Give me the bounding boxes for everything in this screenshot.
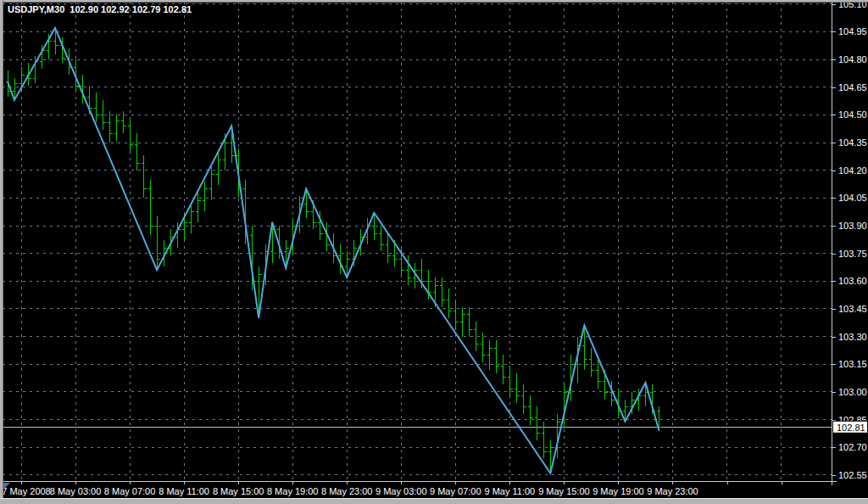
price-axis-label: 103.90 [838,221,867,231]
time-axis-label: 8 May 11:00 [159,486,209,496]
time-axis-label: 8 May 19:00 [267,486,319,496]
ohlc-bar [203,182,208,211]
price-chart[interactable]: 105.10104.95104.80104.65104.50104.35104.… [0,0,868,504]
ohlc-bar [379,226,384,251]
ohlc-bar [467,307,472,337]
window-border-left [0,0,3,504]
chart-title: USDJPY,M30 102.90 102.92 102.79 102.81 [8,4,192,14]
ohlc-bar [589,348,594,378]
ohlc-bar [501,355,506,384]
time-axis-label: 8 May 23:00 [321,486,373,496]
price-axis-label: 103.75 [838,249,867,259]
price-axis-label: 104.05 [838,193,867,203]
ohlc-bar [460,307,465,337]
price-axis-label: 104.50 [838,109,867,120]
ohlc-bar [487,340,492,370]
ohlc-bar [440,277,445,307]
ohlc-bar [196,193,201,222]
price-axis-label: 103.15 [838,359,867,369]
chart-window: 105.10104.95104.80104.65104.50104.35104.… [0,0,868,504]
ohlc-bar [114,115,120,140]
ohlc-bar [447,288,452,318]
ohlc-bar [148,180,153,235]
price-axis-label: 104.95 [838,26,867,36]
ohlc-bar [135,133,140,171]
time-axis-label: 9 May 03:00 [376,486,427,496]
ohlc-bar [386,233,391,263]
axis-frame [3,2,837,485]
ohlc-bar [494,340,499,373]
ohlc-bar [508,366,513,395]
time-axis-label: 8 May 03:00 [50,486,102,496]
current-price-label: 102.81 [833,421,868,433]
ohlc-bar [521,384,526,414]
ohlc-bar [209,166,214,199]
price-axis-label: 103.30 [838,332,867,342]
price-axis-label: 104.20 [838,165,867,176]
window-border-top [0,0,868,3]
time-axis-label: 9 May 15:00 [538,486,590,496]
price-axis-label: 103.45 [838,304,867,314]
ohlc-bar [142,155,147,198]
price-axis-label: 104.35 [838,137,867,148]
ohlc-bar [453,300,459,329]
price-axis[interactable]: 105.10104.95104.80104.65104.50104.35104.… [838,0,867,480]
ohlc-bar [515,373,520,403]
price-axis-label: 103.00 [838,387,867,397]
ohlc-bar [155,216,160,270]
price-axis-label: 102.55 [838,470,867,480]
ohlc-bar [481,333,486,362]
time-axis[interactable]: 7 May 20088 May 03:008 May 07:008 May 11… [2,486,698,496]
grid-lines [3,2,832,481]
ohlc-bar [94,92,99,122]
window-border-bottom [0,498,868,504]
time-axis-label: 9 May 23:00 [647,486,698,496]
time-axis-label: 7 May 2008 [2,486,50,496]
time-axis-label: 9 May 11:00 [484,486,535,496]
price-axis-label: 102.70 [838,442,867,452]
time-axis-label: 9 May 19:00 [593,486,644,496]
ohlc-bar [108,111,113,143]
price-axis-label: 103.60 [838,276,867,286]
ohlc-bar [528,395,533,425]
time-axis-label: 9 May 07:00 [430,486,481,496]
ohlc-bars [6,28,662,473]
time-axis-label: 8 May 07:00 [104,486,156,496]
current-price-text: 102.81 [837,423,865,433]
ohlc-bar [535,406,540,440]
price-axis-label: 104.80 [838,54,867,64]
price-axis-label: 104.65 [838,82,867,92]
time-axis-label: 8 May 15:00 [213,486,264,496]
ohlc-bar [128,119,133,152]
